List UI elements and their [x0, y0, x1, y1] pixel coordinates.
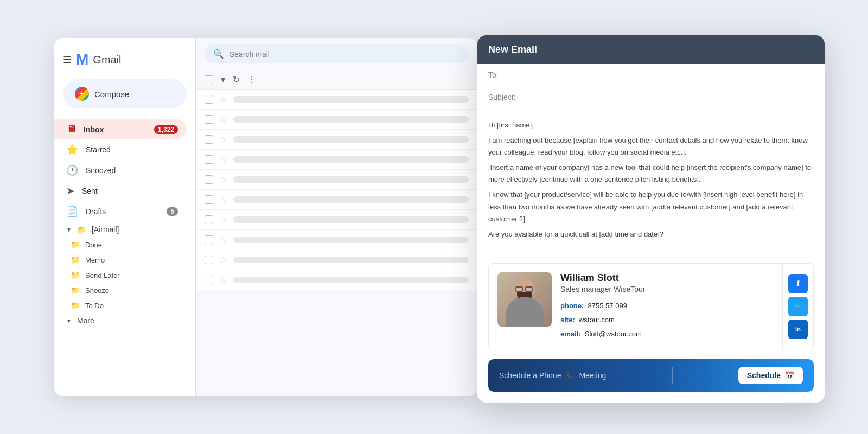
dropdown-icon[interactable]: ▾: [221, 74, 225, 85]
sig-name: William Slott: [560, 272, 774, 284]
star-icon[interactable]: ☆: [220, 155, 227, 164]
to-field[interactable]: To:: [477, 64, 825, 86]
schedule-text: Schedule a Phone: [499, 371, 561, 380]
select-all-checkbox[interactable]: [205, 75, 213, 84]
mail-checkbox[interactable]: [205, 276, 213, 284]
sig-social: f 🐦 in: [782, 264, 813, 350]
gmail-m-logo: M: [76, 51, 88, 68]
mail-row[interactable]: ☆: [196, 110, 477, 130]
subject-label: Subject:: [488, 93, 516, 101]
mail-checkbox[interactable]: [205, 175, 213, 184]
mail-row-content: [233, 176, 469, 183]
mail-row[interactable]: ☆: [196, 270, 477, 290]
more-chevron-icon: ▼: [66, 318, 72, 324]
snooze-folder-icon: 📁: [71, 286, 80, 295]
sidebar-item-snooze[interactable]: 📁 Snooze: [54, 283, 195, 298]
sidebar-item-starred[interactable]: ⭐ Starred: [54, 139, 187, 160]
mail-row[interactable]: ☆: [196, 90, 477, 110]
star-icon[interactable]: ☆: [220, 256, 227, 264]
body-line4: Are you available for a quick call at [a…: [488, 228, 814, 240]
mail-row[interactable]: ☆: [196, 190, 477, 210]
collapse-icon: ▼: [66, 227, 72, 233]
sig-email-row: email: Slott@wstour.com: [560, 327, 774, 341]
schedule-divider: [672, 367, 673, 384]
search-input[interactable]: [229, 50, 460, 59]
subject-field[interactable]: Subject:: [477, 86, 825, 108]
send-later-folder-icon: 📁: [71, 271, 80, 279]
signature-avatar: [497, 272, 552, 327]
gmail-logo-row: ☰ M Gmail: [54, 47, 195, 79]
sidebar-item-memo[interactable]: 📁 Memo: [54, 252, 195, 267]
mail-row[interactable]: ☆: [196, 170, 477, 190]
schedule-btn-text: Schedule: [747, 371, 781, 380]
new-email-modal: New Email To: Subject: Hi [first name], …: [477, 35, 825, 403]
star-icon[interactable]: ☆: [220, 235, 227, 244]
memo-folder-icon: 📁: [71, 256, 80, 264]
star-icon[interactable]: ☆: [220, 195, 227, 204]
body-line2: [Insert a name of your company] has a ne…: [488, 162, 814, 186]
more-options-icon[interactable]: ⋮: [247, 74, 256, 85]
gmail-main-area: 🔍 ▾ ↻ ⋮ ☆ ☆ ☆ ☆ ☆ ☆ ☆ ☆ ☆ ☆: [195, 38, 477, 396]
star-icon[interactable]: ☆: [220, 95, 227, 104]
signature-details: William Slott Sales manager WiseTour pho…: [560, 272, 774, 341]
sig-phone-row: phone: 8755 57 099: [560, 299, 774, 313]
sidebar-item-todo[interactable]: 📁 To Do: [54, 298, 195, 313]
sidebar-item-sent[interactable]: ➤ Sent: [54, 181, 187, 201]
schedule-button[interactable]: Schedule 📅: [738, 367, 803, 384]
drafts-icon: 📄: [66, 206, 78, 218]
sidebar-item-done[interactable]: 📁 Done: [54, 237, 195, 252]
body-line1: I am reaching out because [explain how y…: [488, 135, 814, 158]
mail-checkbox[interactable]: [205, 155, 213, 164]
sig-phone: 8755 57 099: [588, 302, 627, 310]
gmail-sidebar: ☰ M Gmail + Compose 🖥 Inbox 1,322 ⭐ Star…: [54, 38, 195, 396]
star-icon[interactable]: ☆: [220, 115, 227, 124]
schedule-left: Schedule a Phone 📞 Meeting: [499, 371, 606, 380]
airmail-label: [Airmail]: [92, 225, 119, 234]
todo-label: To Do: [85, 302, 104, 310]
sidebar-more[interactable]: ▼ More: [54, 313, 195, 328]
mail-checkbox[interactable]: [205, 115, 213, 124]
compose-plus-icon: +: [75, 87, 89, 101]
body-greeting: Hi [first name],: [488, 119, 814, 131]
mail-checkbox[interactable]: [205, 215, 213, 224]
menu-icon[interactable]: ☰: [63, 54, 72, 66]
twitter-social-btn[interactable]: 🐦: [788, 297, 808, 316]
star-icon[interactable]: ☆: [220, 276, 227, 284]
sig-site: wstour.com: [579, 316, 615, 324]
twitter-icon: 🐦: [794, 303, 802, 310]
mail-list: ☆ ☆ ☆ ☆ ☆ ☆ ☆ ☆ ☆ ☆: [196, 90, 477, 396]
sidebar-item-send-later[interactable]: 📁 Send Later: [54, 267, 195, 283]
mail-checkbox[interactable]: [205, 195, 213, 204]
compose-button[interactable]: + Compose: [63, 79, 187, 108]
meeting-text: Meeting: [579, 371, 606, 380]
sidebar-item-drafts[interactable]: 📄 Drafts 5: [54, 201, 187, 222]
memo-label: Memo: [85, 256, 105, 264]
mail-row[interactable]: ☆: [196, 230, 477, 250]
facebook-social-btn[interactable]: f: [788, 274, 808, 293]
mail-checkbox[interactable]: [205, 135, 213, 144]
mail-row[interactable]: ☆: [196, 250, 477, 270]
linkedin-social-btn[interactable]: in: [788, 320, 808, 339]
inbox-icon: 🖥: [66, 124, 76, 135]
refresh-icon[interactable]: ↻: [233, 74, 240, 85]
airmail-folder-header[interactable]: ▼ 📁 [Airmail]: [54, 222, 195, 237]
mail-row[interactable]: ☆: [196, 150, 477, 170]
star-icon[interactable]: ☆: [220, 175, 227, 184]
sent-label: Sent: [82, 187, 98, 195]
schedule-calendar-icon: 📅: [785, 371, 794, 380]
send-later-label: Send Later: [85, 271, 120, 279]
inbox-badge: 1,322: [154, 125, 178, 134]
sidebar-item-snoozed[interactable]: 🕐 Snoozed: [54, 160, 187, 181]
sidebar-item-inbox[interactable]: 🖥 Inbox 1,322: [54, 119, 187, 139]
gmail-logo-text: Gmail: [93, 54, 121, 66]
mail-checkbox[interactable]: [205, 95, 213, 104]
mail-row[interactable]: ☆: [196, 210, 477, 230]
search-bar[interactable]: 🔍: [205, 44, 469, 63]
star-icon[interactable]: ☆: [220, 135, 227, 144]
mail-checkbox[interactable]: [205, 235, 213, 244]
star-icon[interactable]: ☆: [220, 215, 227, 224]
signature-info: William Slott Sales manager WiseTour pho…: [489, 264, 782, 350]
mail-checkbox[interactable]: [205, 256, 213, 264]
mail-row[interactable]: ☆: [196, 130, 477, 150]
mail-row-content: [233, 136, 469, 143]
